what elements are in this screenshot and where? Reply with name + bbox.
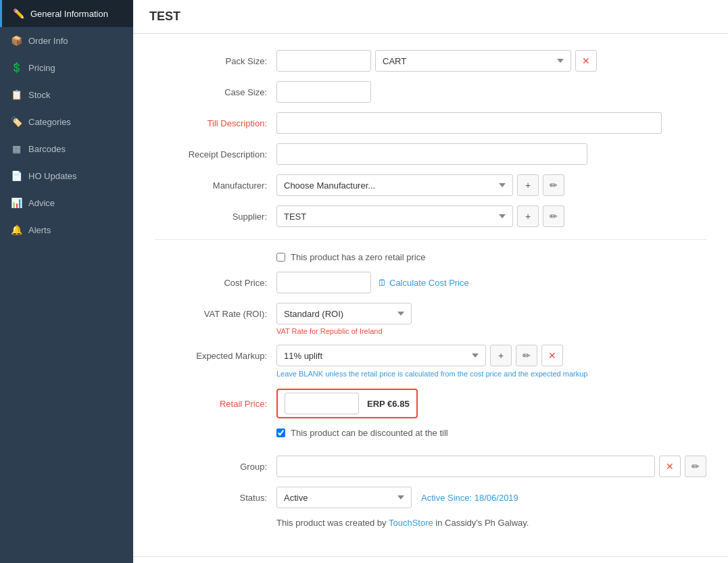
- supplier-inputs: TEST + ✏: [276, 205, 564, 227]
- case-size-label: Case Size:: [155, 87, 276, 97]
- markup-row: Expected Markup: 11% uplift + ✏ ✕: [155, 345, 706, 366]
- vat-rate-row: VAT Rate (ROI): Standard (ROI): [155, 303, 706, 324]
- manufacturer-row: Manufacturer: Choose Manufacturer... + ✏: [155, 174, 706, 196]
- cost-price-row: Cost Price: 5.00 🗓 Calculate Cost Price: [155, 272, 706, 293]
- barcodes-icon: ▦: [11, 143, 22, 154]
- zero-price-row: This product has a zero retail price: [276, 252, 706, 262]
- pack-size-input[interactable]: 1: [276, 50, 371, 72]
- markup-note: Leave BLANK unless the retail price is c…: [276, 369, 706, 379]
- pack-size-row: Pack Size: 1 CART ✕: [155, 50, 706, 72]
- calculate-cost-link[interactable]: 🗓 Calculate Cost Price: [378, 278, 469, 288]
- supplier-label: Supplier:: [155, 212, 276, 222]
- till-desc-input[interactable]: TEST: [276, 112, 662, 134]
- retail-price-input[interactable]: 9.00: [285, 393, 359, 414]
- markup-inputs: 11% uplift + ✏ ✕: [276, 345, 563, 366]
- sidebar-item-barcodes[interactable]: ▦ Barcodes: [0, 135, 133, 162]
- pack-size-unit-select[interactable]: CART: [375, 50, 571, 72]
- receipt-desc-row: Receipt Description: TEST: [155, 143, 706, 165]
- page-title: TEST: [133, 0, 728, 34]
- touchstore-link[interactable]: TouchStore: [389, 518, 433, 528]
- supplier-row: Supplier: TEST + ✏: [155, 205, 706, 227]
- order-info-icon: 📦: [11, 35, 22, 46]
- markup-label: Expected Markup:: [155, 351, 276, 361]
- supplier-select[interactable]: TEST: [276, 205, 513, 227]
- status-select[interactable]: Active: [276, 487, 412, 508]
- discount-checkbox[interactable]: [276, 429, 285, 437]
- pack-size-label: Pack Size:: [155, 56, 276, 66]
- retail-price-box: 9.00 ERP €6.85: [276, 389, 418, 418]
- pack-size-inputs: 1 CART ✕: [276, 50, 597, 72]
- retail-price-row: Retail Price: 9.00 ERP €6.85: [155, 389, 706, 418]
- pack-size-clear-button[interactable]: ✕: [575, 50, 597, 72]
- supplier-edit-button[interactable]: ✏: [543, 205, 564, 227]
- cost-price-label: Cost Price:: [155, 278, 276, 288]
- group-clear-button[interactable]: ✕: [659, 456, 681, 477]
- manufacturer-edit-button[interactable]: ✏: [543, 174, 564, 196]
- vat-rate-label: VAT Rate (ROI):: [155, 309, 276, 319]
- group-inputs: test / test 01 / test 2 / / ✕ ✏: [276, 456, 706, 477]
- manufacturer-label: Manufacturer:: [155, 180, 276, 191]
- zero-price-checkbox[interactable]: [276, 253, 285, 262]
- till-desc-row: Till Description: TEST: [155, 112, 706, 134]
- sidebar-item-stock[interactable]: 📋 Stock: [0, 81, 133, 108]
- markup-clear-button[interactable]: ✕: [541, 345, 563, 366]
- advice-icon: 📊: [11, 197, 22, 208]
- sidebar-item-categories[interactable]: 🏷️ Categories: [0, 108, 133, 135]
- manufacturer-select[interactable]: Choose Manufacturer...: [276, 174, 513, 196]
- stock-icon: 📋: [11, 89, 22, 100]
- content-area: Pack Size: 1 CART ✕ Case Size: 1 Till De…: [133, 34, 728, 556]
- markup-select[interactable]: 11% uplift: [276, 345, 486, 366]
- sidebar-item-pricing[interactable]: 💲 Pricing: [0, 54, 133, 81]
- active-since: Active Since: 18/06/2019: [421, 493, 518, 503]
- discount-row: This product can be discounted at the ti…: [276, 428, 706, 438]
- manufacturer-add-button[interactable]: +: [517, 174, 539, 196]
- categories-icon: 🏷️: [11, 116, 22, 127]
- sidebar-item-order-info[interactable]: 📦 Order Info: [0, 27, 133, 54]
- sidebar-item-general-information[interactable]: ✏️ General Information: [0, 0, 133, 27]
- footer-bar: Save Product: [133, 556, 728, 563]
- divider-1: [155, 239, 706, 240]
- till-desc-label: Till Description:: [155, 118, 276, 128]
- discount-label: This product can be discounted at the ti…: [291, 428, 448, 438]
- status-label: Status:: [155, 493, 276, 503]
- markup-add-button[interactable]: +: [490, 345, 512, 366]
- sidebar: ✏️ General Information 📦 Order Info 💲 Pr…: [0, 0, 133, 563]
- cost-price-input[interactable]: 5.00: [276, 272, 371, 293]
- markup-edit-button[interactable]: ✏: [516, 345, 537, 366]
- receipt-desc-input[interactable]: TEST: [276, 143, 587, 165]
- sidebar-item-alerts[interactable]: 🔔 Alerts: [0, 216, 133, 243]
- group-label: Group:: [155, 462, 276, 472]
- pricing-icon: 💲: [11, 62, 22, 73]
- general-information-icon: ✏️: [13, 8, 24, 19]
- creation-note: This product was created by TouchStore i…: [276, 518, 706, 528]
- group-edit-button[interactable]: ✏: [685, 456, 706, 477]
- vat-note: VAT Rate for Republic of Ireland: [276, 327, 706, 335]
- status-row: Status: Active Active Since: 18/06/2019: [155, 487, 706, 508]
- main-content: TEST Pack Size: 1 CART ✕ Case Size: 1 Ti…: [133, 0, 728, 563]
- receipt-desc-label: Receipt Description:: [155, 149, 276, 160]
- ho-updates-icon: 📄: [11, 170, 22, 181]
- zero-price-label: This product has a zero retail price: [291, 252, 425, 262]
- sidebar-item-advice[interactable]: 📊 Advice: [0, 189, 133, 216]
- case-size-row: Case Size: 1: [155, 81, 706, 103]
- sidebar-item-ho-updates[interactable]: 📄 HO Updates: [0, 162, 133, 189]
- group-row: Group: test / test 01 / test 2 / / ✕ ✏: [155, 456, 706, 477]
- manufacturer-inputs: Choose Manufacturer... + ✏: [276, 174, 564, 196]
- retail-price-label: Retail Price:: [155, 399, 276, 409]
- erp-value: ERP €6.85: [367, 399, 410, 409]
- group-input[interactable]: test / test 01 / test 2 / /: [276, 456, 655, 477]
- case-size-input[interactable]: 1: [276, 81, 371, 103]
- vat-rate-select[interactable]: Standard (ROI): [276, 303, 412, 324]
- supplier-add-button[interactable]: +: [517, 205, 539, 227]
- alerts-icon: 🔔: [11, 224, 22, 235]
- calculator-icon: 🗓: [378, 278, 387, 288]
